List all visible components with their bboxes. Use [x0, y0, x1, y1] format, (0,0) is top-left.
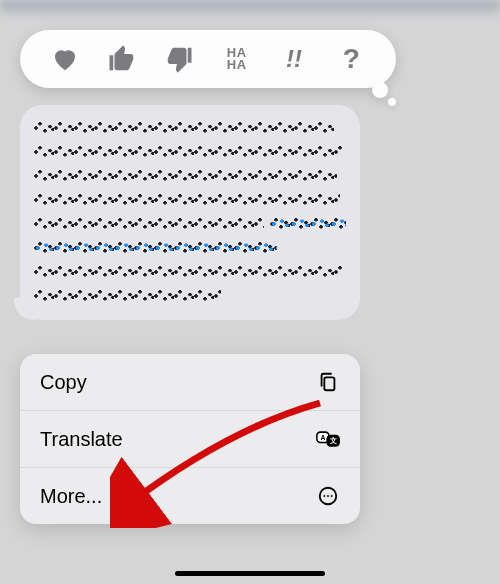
redacted-text	[34, 121, 334, 135]
question-icon: ?	[343, 43, 360, 75]
svg-text:文: 文	[329, 436, 337, 445]
heart-icon	[50, 44, 80, 74]
blurred-header	[0, 0, 500, 18]
redacted-text	[34, 289, 221, 303]
redacted-text	[34, 169, 337, 183]
redacted-text	[34, 145, 343, 159]
translate-icon: A 文	[316, 427, 340, 451]
svg-point-6	[323, 495, 325, 497]
svg-text:A: A	[320, 434, 325, 441]
redacted-link	[270, 217, 347, 231]
context-menu: Copy Translate A 文 More...	[20, 354, 360, 524]
svg-rect-0	[324, 377, 334, 390]
message-bubble[interactable]	[20, 105, 360, 320]
redacted-link	[34, 241, 277, 255]
redacted-text	[34, 265, 343, 279]
tapback-bar: HAHA !! ?	[20, 30, 396, 88]
menu-item-more[interactable]: More...	[20, 468, 360, 524]
svg-point-7	[327, 495, 329, 497]
home-indicator[interactable]	[175, 571, 325, 576]
menu-label: Copy	[40, 371, 87, 394]
svg-point-8	[331, 495, 333, 497]
thumbs-up-icon	[107, 44, 137, 74]
tapback-question[interactable]: ?	[331, 39, 371, 79]
tapback-bubble-tail	[372, 82, 388, 98]
more-icon	[316, 484, 340, 508]
haha-icon: HAHA	[227, 47, 247, 71]
tapback-thumbs-down[interactable]	[159, 39, 199, 79]
tapback-exclaim[interactable]: !!	[274, 39, 314, 79]
menu-label: Translate	[40, 428, 123, 451]
tapback-heart[interactable]	[45, 39, 85, 79]
copy-icon	[316, 370, 340, 394]
menu-label: More...	[40, 485, 102, 508]
redacted-text	[34, 193, 340, 207]
tapback-bubble-tail-small	[388, 98, 396, 106]
menu-item-translate[interactable]: Translate A 文	[20, 411, 360, 468]
thumbs-down-icon	[164, 44, 194, 74]
tapback-haha[interactable]: HAHA	[217, 39, 257, 79]
message-bubble-tail	[14, 298, 36, 320]
tapback-thumbs-up[interactable]	[102, 39, 142, 79]
redacted-text	[34, 217, 264, 231]
menu-item-copy[interactable]: Copy	[20, 354, 360, 411]
exclaim-icon: !!	[286, 45, 302, 73]
